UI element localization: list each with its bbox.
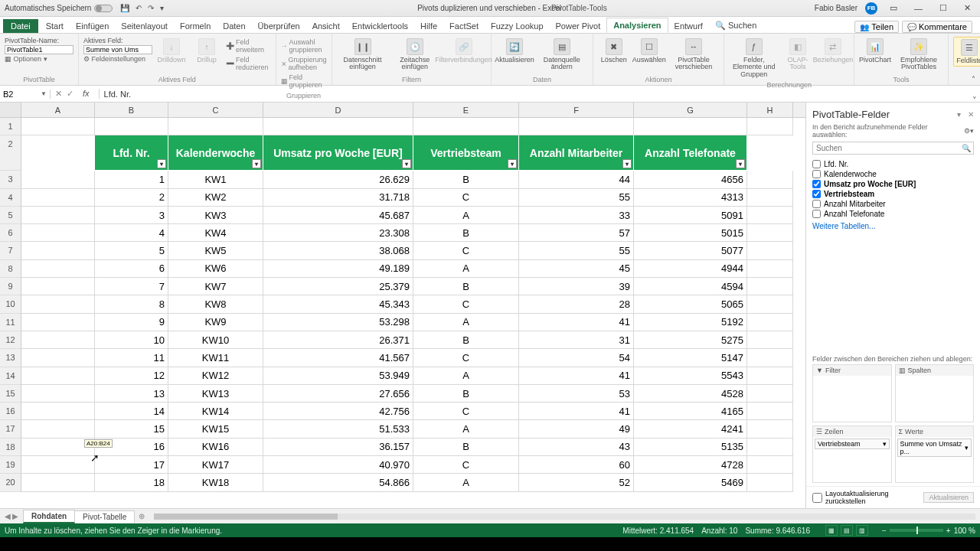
gear-icon[interactable]: ⚙▾ xyxy=(964,127,974,135)
timeline-button[interactable]: 🕒Zeitachse einfügen xyxy=(392,37,438,73)
cell[interactable] xyxy=(21,385,95,403)
field-search-input[interactable] xyxy=(812,142,974,155)
row-header[interactable]: 9 xyxy=(0,278,21,295)
enter-icon[interactable]: ✓ xyxy=(67,89,74,99)
cell[interactable] xyxy=(747,224,793,242)
select-button[interactable]: ☐Auswählen xyxy=(633,37,665,65)
cell[interactable] xyxy=(747,474,793,491)
expand-formula-icon[interactable]: ˬ xyxy=(969,89,980,99)
tab-review[interactable]: Überprüfen xyxy=(252,19,306,33)
cell[interactable]: 51.533 xyxy=(263,420,413,438)
cell[interactable]: 12 xyxy=(95,367,168,385)
ribbon-options-icon[interactable]: ▭ xyxy=(885,3,902,13)
cell[interactable] xyxy=(21,278,95,295)
add-sheet-icon[interactable]: ⊕ xyxy=(134,512,149,520)
cell[interactable]: KW16 xyxy=(168,439,263,456)
cell[interactable]: 55 xyxy=(519,242,634,259)
name-box[interactable]: B2▼ xyxy=(0,90,51,99)
cell[interactable] xyxy=(21,314,95,331)
autosave-toggle[interactable]: Automatisches Speichern xyxy=(5,4,113,12)
cell[interactable]: 8 xyxy=(95,295,168,313)
cell[interactable]: 17 xyxy=(95,456,168,474)
cell[interactable]: KW8 xyxy=(168,295,263,313)
move-button[interactable]: ↔PivotTable verschieben xyxy=(668,37,720,73)
col-header-a[interactable]: A xyxy=(21,103,95,117)
table-header[interactable]: Lfd. Nr.▾ xyxy=(95,135,168,171)
cell[interactable] xyxy=(95,118,168,135)
tab-view[interactable]: Ansicht xyxy=(306,19,346,33)
field-checkbox[interactable] xyxy=(812,160,821,168)
field-item[interactable]: Anzahl Telefonate xyxy=(812,209,974,219)
zoom-control[interactable]: − + 100 % xyxy=(882,527,975,535)
cell[interactable] xyxy=(747,314,793,331)
fieldlist-button[interactable]: ☰Feldliste xyxy=(953,37,980,67)
cell[interactable] xyxy=(21,331,95,349)
cell[interactable]: B xyxy=(413,385,519,403)
cell[interactable]: KW17 xyxy=(168,456,263,474)
cell[interactable]: 39 xyxy=(519,278,634,295)
tab-search[interactable]: 🔍 Suchen xyxy=(709,18,763,33)
spreadsheet-grid[interactable]: A B C D E F G H 12Lfd. Nr.▾Kalenderwoche… xyxy=(0,103,805,508)
field-checkbox[interactable] xyxy=(812,190,821,198)
drilldown-button[interactable]: ↓Drilldown xyxy=(155,37,188,65)
relations-button[interactable]: ⇄Beziehungen xyxy=(817,37,849,65)
group-selection[interactable]: → Auswahl gruppieren xyxy=(281,37,327,54)
cell[interactable]: 4944 xyxy=(634,260,747,278)
cell[interactable]: 6 xyxy=(95,260,168,278)
file-tab[interactable]: Datei xyxy=(3,19,38,33)
cancel-icon[interactable]: ✕ xyxy=(55,89,62,99)
cell[interactable]: KW11 xyxy=(168,349,263,367)
row-header[interactable]: 4 xyxy=(0,189,21,207)
table-header[interactable]: Umsatz pro Woche [EUR]▾ xyxy=(263,135,413,171)
tab-factset[interactable]: FactSet xyxy=(443,19,485,33)
table-header[interactable]: Anzahl Mitarbeiter▾ xyxy=(519,135,634,171)
slicer-button[interactable]: ❙❙Datenschnitt einfügen xyxy=(337,37,389,73)
maximize-icon[interactable]: ☐ xyxy=(935,3,952,13)
cell[interactable] xyxy=(21,224,95,242)
filter-icon[interactable]: ▾ xyxy=(736,159,745,168)
collapse-field[interactable]: ➖ Feld reduzieren xyxy=(226,54,271,72)
filter-icon[interactable]: ▾ xyxy=(157,159,166,168)
cell[interactable] xyxy=(21,349,95,367)
cell[interactable]: 5275 xyxy=(634,331,747,349)
cell[interactable] xyxy=(747,439,793,456)
cell[interactable] xyxy=(413,118,519,135)
cell[interactable]: 53 xyxy=(519,385,634,403)
cell[interactable]: 40.970 xyxy=(263,456,413,474)
tab-start[interactable]: Start xyxy=(40,19,70,33)
cell[interactable]: 60 xyxy=(519,456,634,474)
cell[interactable] xyxy=(21,295,95,313)
cell[interactable]: A xyxy=(413,420,519,438)
cell[interactable]: 7 xyxy=(95,278,168,295)
save-icon[interactable]: 💾 xyxy=(120,4,129,12)
cell[interactable]: 45 xyxy=(519,260,634,278)
cell[interactable] xyxy=(747,242,793,259)
zoom-in-icon[interactable]: + xyxy=(946,527,951,535)
cell[interactable]: 43 xyxy=(519,439,634,456)
tab-pagelayout[interactable]: Seitenlayout xyxy=(115,19,174,33)
cell[interactable]: 49.189 xyxy=(263,260,413,278)
tab-analyze[interactable]: Analysieren xyxy=(606,18,668,33)
filter-icon[interactable]: ▾ xyxy=(622,159,632,168)
cell[interactable]: KW3 xyxy=(168,207,263,224)
cell[interactable]: 4313 xyxy=(634,189,747,207)
cell[interactable]: 4 xyxy=(95,224,168,242)
filter-icon[interactable]: ▾ xyxy=(402,159,411,168)
field-item[interactable]: Vertriebsteam xyxy=(812,189,974,199)
cell[interactable]: 5469 xyxy=(634,474,747,491)
cell[interactable]: 4728 xyxy=(634,456,747,474)
cell[interactable] xyxy=(747,207,793,224)
cell[interactable]: A xyxy=(413,367,519,385)
cell[interactable] xyxy=(747,295,793,313)
cell[interactable]: KW6 xyxy=(168,260,263,278)
cell[interactable]: 4165 xyxy=(634,403,747,420)
tab-insert[interactable]: Einfügen xyxy=(70,19,115,33)
area-row-item[interactable]: Vertriebsteam▾ xyxy=(815,439,890,449)
cell[interactable]: 5135 xyxy=(634,439,747,456)
col-header-g[interactable]: G xyxy=(634,103,747,117)
col-header-h[interactable]: H xyxy=(747,103,793,117)
zoom-slider[interactable] xyxy=(890,529,943,532)
cell[interactable] xyxy=(747,189,793,207)
cell[interactable] xyxy=(21,207,95,224)
cell[interactable]: 53.949 xyxy=(263,367,413,385)
